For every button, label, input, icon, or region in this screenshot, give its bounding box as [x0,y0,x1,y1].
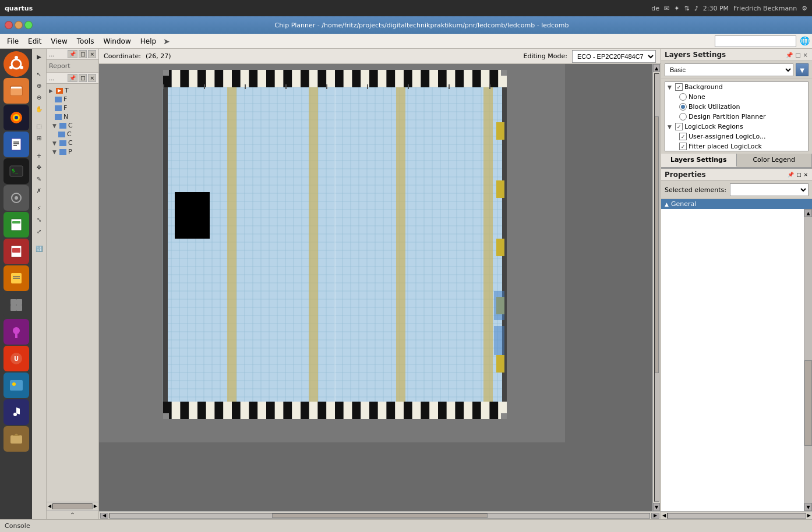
lt-check-fitter-ll[interactable] [679,143,687,150]
menu-window[interactable]: Window [98,36,135,47]
sidebar-num-icon[interactable]: 🔢 [34,243,44,254]
lt-check-ll[interactable] [675,123,683,130]
props-hscroll-track[interactable] [667,513,806,519]
sidebar-arrow-icon[interactable]: ▶ [34,51,44,62]
layers-dropdown-btn[interactable]: ▼ [796,63,809,76]
vscroll-up[interactable]: ▲ [653,64,660,72]
lt-item-design[interactable]: Design Partition Planner [665,112,808,122]
installer-icon[interactable] [3,426,29,452]
sidebar-wire-icon[interactable]: ⤡ [34,214,44,225]
ubuntu-one-icon[interactable]: U [3,346,29,371]
props-hscroll-right[interactable]: ▶ [807,513,811,518]
bluetooth-icon[interactable]: ✦ [674,5,679,12]
nav-max-icon[interactable]: □ [79,50,87,58]
tree-item-2[interactable]: F [48,104,97,112]
layers-pin-icon[interactable]: 📌 [785,51,793,59]
impress-icon[interactable] [3,239,29,264]
lt-radio-none[interactable] [679,93,687,101]
files-icon[interactable] [3,78,29,104]
sidebar-route-icon[interactable]: ⤢ [34,226,44,236]
hscroll-thumb[interactable] [272,513,488,518]
tree-item-5[interactable]: C [48,130,97,139]
tree-item-6[interactable]: ▼ C [48,139,97,147]
sidebar-select-icon[interactable]: ⬚ [34,121,44,132]
props-scroll-thumb[interactable] [804,360,812,446]
close-button[interactable] [5,21,13,29]
tree-item-0[interactable]: ▶ ▶ T [48,86,97,95]
menu-view[interactable]: View [46,36,72,47]
network-icon[interactable]: ⇅ [684,5,689,12]
sidebar-fitall-icon[interactable]: ⊞ [34,133,44,143]
tab-layers-settings[interactable]: Layers Settings [661,154,737,167]
props-scroll-up[interactable]: ▲ [804,209,812,217]
chip-main-area[interactable] [99,64,652,511]
wallch-icon[interactable] [3,373,29,398]
nav-close-icon[interactable]: × [88,50,96,58]
props-selected-select[interactable] [730,183,809,196]
firefox-icon[interactable] [3,105,29,130]
nav-close2-icon[interactable]: × [88,74,96,82]
writer-icon[interactable] [3,132,29,157]
nav-pin-icon[interactable]: 📌 [68,50,77,58]
lt-item-logiclock[interactable]: ▼ LogicLock Regions [665,122,808,132]
lt-check-user-ll[interactable] [679,133,687,140]
props-hscroll-left[interactable]: ◀ [662,513,666,518]
nav-scroll-right[interactable]: ▶ [94,503,97,509]
hscroll-right[interactable]: ▶ [651,513,659,519]
terminal-icon[interactable]: $_ [3,158,29,184]
layers-preset-select[interactable]: Basic Advanced Custom [665,63,793,76]
sidebar-hand-icon[interactable]: ✋ [34,104,44,114]
tomboy-icon[interactable] [3,265,29,291]
tree-item-4[interactable]: ▼ C [48,121,97,130]
system-icon[interactable] [3,185,29,211]
lt-item-fitter-ll[interactable]: Fitter placed LogicLock [665,141,808,151]
mail-icon[interactable]: ✉ [664,5,669,12]
system-settings-icon[interactable]: ⚙ [802,5,807,12]
nav-scroll-left[interactable]: ◀ [48,503,51,509]
menu-help[interactable]: Help [136,36,161,47]
lt-item-background[interactable]: ▼ Background [665,82,808,92]
sidebar-edit-icon[interactable]: ✎ [34,173,44,184]
hscroll-track[interactable] [110,513,650,519]
vscroll-thumb[interactable] [655,116,659,373]
search-web-icon[interactable]: 🌐 [800,36,810,45]
lt-item-none[interactable]: None [665,92,808,102]
sidebar-delete-icon[interactable]: ✗ [34,185,44,196]
nav-max2-icon[interactable]: □ [79,74,87,82]
tree-item-7[interactable]: ▼ P [48,147,97,156]
lt-radio-block[interactable] [679,103,687,111]
props-general-header[interactable]: ▲ General [661,199,812,209]
props-scroll-down[interactable]: ▼ [804,503,812,511]
search-input[interactable] [715,36,796,47]
props-pin-icon[interactable]: 📌 [787,171,795,178]
lt-item-user-ll[interactable]: User-assigned LogicLo... [665,132,808,141]
hscrollbar[interactable]: ◀ ▶ [99,511,661,519]
props-close-icon[interactable]: × [803,171,809,178]
lt-item-block[interactable]: Block Utilization [665,102,808,112]
sidebar-probe-icon[interactable]: ⚡ [34,203,44,213]
vscroll-track[interactable] [654,73,659,502]
vscrollbar[interactable]: ▲ ▼ [652,64,661,511]
vscroll-down[interactable]: ▼ [653,503,660,511]
props-vscroll[interactable]: ▲ ▼ [804,209,812,511]
menu-edit[interactable]: Edit [23,36,46,47]
hscroll-left[interactable]: ◀ [100,513,108,519]
tree-item-3[interactable]: N [48,112,97,121]
sidebar-zoomout-icon[interactable]: ⊖ [34,92,44,102]
nav-pin2-icon[interactable]: 📌 [68,74,77,82]
paint-icon[interactable] [3,319,29,345]
sidebar-move-icon[interactable]: ✥ [34,162,44,172]
nav-collapse[interactable]: ⌃ [47,510,98,519]
layers-close-icon[interactable]: × [803,51,809,59]
music-icon[interactable] [3,399,29,425]
props-scroll-track[interactable] [804,217,812,503]
calc-icon[interactable] [3,212,29,237]
minimize-button[interactable] [15,21,23,29]
lt-radio-design[interactable] [679,113,687,120]
maximize-button[interactable] [24,21,33,29]
nav-scroll-track[interactable] [52,503,93,509]
lt-check-bg[interactable] [675,83,683,91]
volume-icon[interactable]: ♪ [694,5,698,12]
sidebar-add-icon[interactable]: + [34,150,44,161]
tools2-icon[interactable] [3,292,29,318]
